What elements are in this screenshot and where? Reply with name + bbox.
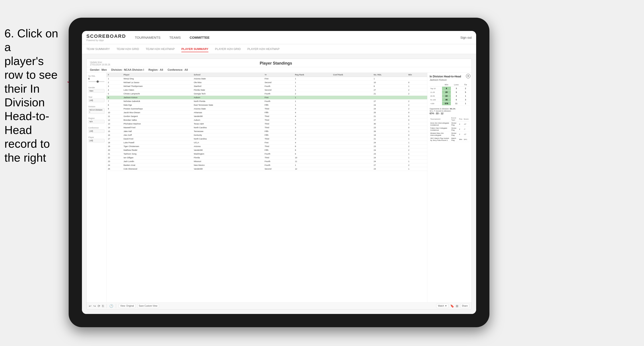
player-select[interactable]: (All): [88, 139, 104, 142]
year-select[interactable]: (All): [88, 99, 104, 102]
logo-area: SCOREBOARD Powered by clippi: [86, 33, 126, 41]
sub-nav-team-h2h-grid[interactable]: TEAM H2H GRID: [116, 46, 139, 52]
table-row[interactable]: 12 Brendan Valles Auburn Third 1 27 0: [106, 118, 427, 122]
h2h-record-table: Win Loss Tie Top 10 8 3 2 11-25 20 9 5 2…: [430, 83, 469, 105]
filter-no-rds: No Rds. 6: [88, 75, 104, 83]
redo-icon[interactable]: ↪: [93, 304, 96, 308]
col-win: Win: [407, 73, 427, 77]
table-row[interactable]: 9 Preston Summerhays Arizona State Third…: [106, 107, 427, 111]
col-rank: #: [106, 73, 122, 77]
h2h-title: In Division Head-to-Head: [430, 75, 469, 78]
pbi-toolbar: ↩ ↪ ⟳ ⎘ 🕐 View: Original Save Custom Vie…: [86, 302, 472, 309]
h2h-close-button[interactable]: ✕: [466, 74, 470, 78]
table-row[interactable]: 8 Mats Ege East Tennessee State Fifth 1 …: [106, 103, 427, 107]
copy-icon[interactable]: ⎘: [102, 304, 104, 308]
conference-select[interactable]: (All): [88, 129, 104, 133]
watch-btn[interactable]: Watch ▼: [436, 304, 448, 308]
no-rds-slider[interactable]: [88, 81, 104, 82]
save-custom-view-btn[interactable]: Save Custom View: [137, 304, 159, 308]
view-original-btn[interactable]: View: Original: [119, 304, 136, 308]
table-row[interactable]: 18 Luke Powell UCLA First 4 24 1: [106, 141, 427, 145]
reset-icon[interactable]: ⟳: [98, 304, 100, 308]
filter-conference: Conference: All: [168, 68, 188, 71]
nav-teams[interactable]: TEAMS: [169, 34, 181, 40]
table-row[interactable]: 11 Gordon Sargent Vanderbilt Third 4 21 …: [106, 115, 427, 118]
h2h-row: 11-25 20 9 5: [430, 90, 469, 94]
table-row[interactable]: 22 Ian Gilligan Florida Third 10 24 1: [106, 156, 427, 160]
h2h-player-name: Jackson Koivun: [430, 78, 469, 81]
h2h-stats: Opponents in division: 98.1% W-L-T recor…: [430, 108, 469, 115]
table-row[interactable]: 21 Taehoon Song Washington Fourth 6 23 1: [106, 152, 427, 156]
table-row[interactable]: 19 Tiger Christensen Arizona Third 8 23 …: [106, 145, 427, 148]
table-row[interactable]: 7 Nicholas Gabrelcik North Florida Fourt…: [106, 100, 427, 103]
nav-items: TOURNAMENTS TEAMS COMMITTEE: [135, 34, 460, 40]
gender-select[interactable]: Men: [88, 89, 104, 93]
sub-nav-team-summary[interactable]: TEAM SUMMARY: [86, 46, 110, 52]
sub-nav-player-summary[interactable]: PLAYER SUMMARY: [181, 46, 208, 52]
main-content: Update time: 27/01/2024 16:56:26 Player …: [82, 54, 476, 314]
table-row[interactable]: 14 Maxwell Ford North Carolina Third 3 2…: [106, 126, 427, 130]
col-player: Player: [122, 73, 192, 77]
filter-year-sidebar: Year (All): [88, 96, 104, 102]
h2h-row: 51-100 46 6 3: [430, 98, 469, 102]
pbi-body: No Rds. 6 Gender Men Year (All): [86, 73, 472, 302]
logo-powered: Powered by clippi: [86, 39, 126, 41]
table-row[interactable]: 15 Jake Hall Tennessee Fifth 3 26 1: [106, 130, 427, 133]
table-row[interactable]: 4 Luke Claton Florida State Second 1 27 …: [106, 88, 427, 92]
h2h-wlt-record: 674 - 33 - 12: [430, 112, 469, 115]
tournament-row: Fallen Oak Collegiate Invitational Strok…: [430, 127, 469, 132]
col-reg-rank: Reg Rank: [294, 73, 332, 77]
nav-committee[interactable]: COMMITTEE: [190, 34, 210, 40]
table-row[interactable]: 10 Jacob Mou-Diesan Arkansas Fifth 4 25 …: [106, 111, 427, 115]
table-row[interactable]: 23 Jack Lundin Missouri Fourth 11 24 1: [106, 160, 427, 163]
table-row[interactable]: 3 Michael Thorbjornsen Stanford Fourth 1…: [106, 84, 427, 88]
table-row[interactable]: 13 Phichaksn Maichon Texas A&M Third 6 3…: [106, 122, 427, 126]
grid-icon[interactable]: ⊞: [456, 304, 458, 308]
tablet-screen: SCOREBOARD Powered by clippi TOURNAMENTS…: [82, 31, 476, 314]
nav-tournaments[interactable]: TOURNAMENTS: [135, 34, 160, 40]
pbi-header: Update time: 27/01/2024 16:56:26 Player …: [86, 59, 472, 67]
division-select[interactable]: NCAA Division I: [88, 108, 104, 114]
col-yr: Yr: [263, 73, 294, 77]
tournament-row: Mirabel Maui Jim Intercollegiate Stroke …: [430, 132, 469, 137]
h2h-tournament-table: Tournament Event Type Pos Score Amer Am …: [430, 117, 469, 142]
sub-nav-team-h2h-heatmap[interactable]: TEAM H2H HEATMAP: [146, 46, 175, 52]
table-row[interactable]: 5 Christo Lamprecht Georgia Tech Fourth …: [106, 92, 427, 96]
table-row[interactable]: 24 Bastien Amat New Mexico Fourth 1 27 2: [106, 163, 427, 167]
clock-icon[interactable]: 🕐: [110, 304, 113, 308]
col-conf-rank: Conf Rank: [332, 73, 372, 77]
powerbi-container: Update time: 27/01/2024 16:56:26 Player …: [86, 59, 472, 310]
table-row[interactable]: 2 Michael La Sasso Ole Miss Second 1 10 …: [106, 81, 427, 84]
table-row[interactable]: 17 David Ford North Carolina Third 3 21 …: [106, 137, 427, 141]
table-row[interactable]: 6 Jackson Koivun Auburn First 1: [106, 96, 427, 100]
sub-nav-player-h2h-heatmap[interactable]: PLAYER H2H HEATMAP: [247, 46, 280, 52]
sign-out-link[interactable]: Sign out: [460, 36, 472, 39]
region-select[interactable]: N/A: [88, 120, 104, 123]
bookmark-icon[interactable]: 🔖: [450, 304, 454, 308]
filter-player-sidebar: Player (All): [88, 136, 104, 142]
pbi-sidebar: No Rds. 6 Gender Men Year (All): [86, 73, 106, 302]
undo-icon[interactable]: ↩: [89, 304, 92, 308]
sub-nav-player-h2h-grid[interactable]: PLAYER H2H GRID: [215, 46, 241, 52]
filter-division: Division: NCAA Division I: [111, 68, 144, 71]
filter-region: Region: All: [148, 68, 163, 71]
nav-right: Sign out: [460, 36, 472, 39]
h2h-panel: ✕ In Division Head-to-Head Jackson Koivu…: [427, 73, 472, 302]
player-table: # Player School Yr Reg Rank Conf Rank No…: [106, 73, 427, 171]
logo-scoreboard: SCOREBOARD: [86, 33, 126, 39]
instruction-line4: Head-to-Head: [4, 110, 49, 136]
instruction-line5: record to the right: [4, 137, 50, 164]
col-no-rds: No. Rds.: [372, 73, 407, 77]
tournament-row: SEC Match Play hosted by Jerry Pata Roun…: [430, 137, 469, 142]
table-row[interactable]: 16 Alex Goff Kentucky Fifth 8 19 0: [106, 133, 427, 137]
col-school: School: [192, 73, 263, 77]
report-title: Player Standings: [110, 61, 442, 66]
h2h-row: >100 578 11 1: [430, 102, 469, 105]
table-row[interactable]: 1 Wenyi Ding Arizona State First 1 1: [106, 77, 427, 81]
table-row[interactable]: 25 Cole Sherwood Vanderbilt Second 12 23…: [106, 167, 427, 171]
tablet-frame: SCOREBOARD Powered by clippi TOURNAMENTS…: [69, 18, 490, 327]
table-row[interactable]: 20 Matthew Riedel Vanderbilt Fifth 8 24 …: [106, 148, 427, 152]
share-btn[interactable]: Share: [460, 304, 469, 308]
h2h-row: Top 10 8 3 2: [430, 87, 469, 90]
update-time: Update time: 27/01/2024 16:56:26: [90, 61, 110, 66]
